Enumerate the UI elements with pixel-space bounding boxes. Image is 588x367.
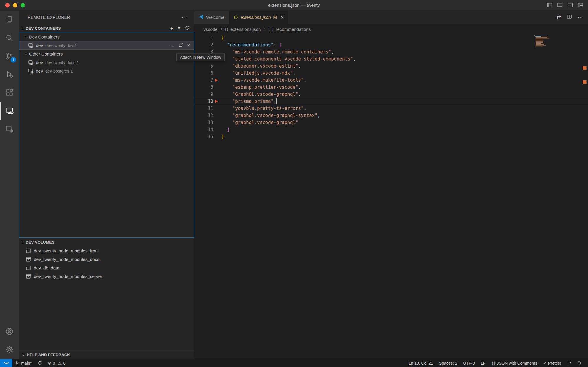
section-help-and-feedback[interactable]: HELP AND FEEDBACK [19, 351, 194, 359]
formatter-status[interactable]: ✓ Prettier [540, 359, 564, 367]
container-item-dev-twenty-dev-1[interactable]: devdev-twenty-dev-1→× [19, 41, 194, 50]
run-debug-icon[interactable] [0, 65, 19, 83]
container-config-icon[interactable] [0, 120, 19, 138]
close-tab-icon[interactable]: × [281, 15, 284, 20]
split-editor-icon[interactable] [567, 14, 572, 20]
minimize-window-button[interactable] [13, 3, 17, 7]
line-number: 12 [194, 112, 213, 119]
code-line-14[interactable]: 14 ] [194, 126, 588, 133]
toggle-secondary-sidebar-icon[interactable] [567, 2, 573, 8]
sidebar-more-actions-icon[interactable]: ··· [182, 15, 188, 20]
open-changes-icon[interactable]: ⇄ [557, 15, 561, 20]
code-line-9[interactable]: 9 "GraphQL.vscode-graphql", [194, 91, 588, 98]
code-line-7[interactable]: 7 "ms-vscode.makefile-tools", [194, 77, 588, 84]
remote-explorer-icon[interactable] [0, 102, 19, 120]
show-details-icon[interactable]: ≡ [178, 26, 181, 31]
minimap[interactable] [534, 35, 556, 48]
dev-containers-tree[interactable]: Dev Containersdevdev-twenty-dev-1→×Other… [19, 33, 194, 238]
language-braces-icon: {} [491, 361, 495, 365]
eol-status[interactable]: LF [478, 359, 488, 367]
code-line-1[interactable]: 1{ [194, 34, 588, 41]
scm-changes-badge: 1 [11, 57, 16, 63]
encoding-status[interactable]: UTF-8 [460, 359, 478, 367]
chevron-right-icon [22, 353, 25, 356]
code-line-13[interactable]: 13 "graphql.vscode-graphql" [194, 119, 588, 126]
dev-volumes-list: dev_twenty_node_modules_frontdev_twenty_… [19, 247, 194, 281]
close-window-button[interactable] [5, 3, 10, 7]
code-line-8[interactable]: 8 "esbenp.prettier-vscode", [194, 84, 588, 91]
customize-layout-icon[interactable] [578, 2, 583, 8]
toggle-panel-icon[interactable] [557, 2, 563, 8]
sync-icon [38, 361, 42, 365]
volume-item-dev_twenty_node_modules_docs[interactable]: dev_twenty_node_modules_docs [19, 255, 194, 264]
sync-changes-button[interactable] [35, 359, 45, 367]
volume-item-dev_twenty_node_modules_server[interactable]: dev_twenty_node_modules_server [19, 272, 194, 281]
gutter-marker-icon [215, 100, 218, 103]
volume-icon [26, 257, 31, 262]
section-dev-volumes[interactable]: DEV VOLUMES [19, 238, 194, 247]
tree-group-dev-containers[interactable]: Dev Containers [19, 33, 194, 41]
line-number: 11 [194, 105, 213, 112]
remote-indicator[interactable]: >< [0, 359, 12, 367]
settings-gear-icon[interactable] [0, 341, 19, 359]
indentation-status[interactable]: Spaces: 2 [436, 359, 460, 367]
breadcrumb-folder[interactable]: .vscode [202, 27, 218, 32]
code-line-15[interactable]: 15} [194, 133, 588, 140]
cursor-position-status[interactable]: Ln 10, Col 21 [406, 359, 436, 367]
container-item-dev-twenty-docs-1[interactable]: devdev-twenty-docs-1 [19, 58, 194, 67]
toggle-primary-sidebar-icon[interactable] [547, 2, 552, 8]
tab-welcome[interactable]: Welcome [194, 11, 229, 24]
code-line-2[interactable]: 2 "recommendations": [ [194, 41, 588, 48]
extensions-icon[interactable] [0, 83, 19, 102]
overview-ruler-mark [583, 66, 587, 70]
new-container-button[interactable]: + [170, 26, 173, 31]
editor-more-actions-icon[interactable]: ··· [578, 15, 583, 20]
code-lines: 1{2 "recommendations": [3 "ms-vscode-rem… [194, 34, 588, 140]
tree-group-other-containers[interactable]: Other Containers [19, 50, 194, 58]
code-line-4[interactable]: 4 "styled-components.vscode-styled-compo… [194, 56, 588, 63]
tab-bar: Welcome {} extensions.json M × ⇄ ··· [194, 11, 588, 24]
tab-extensions-json[interactable]: {} extensions.json M × [229, 11, 288, 24]
code-line-12[interactable]: 12 "graphql.vscode-graphql-syntax", [194, 112, 588, 119]
line-number: 10 [194, 98, 213, 105]
stop-container-button[interactable]: × [187, 43, 190, 48]
line-number: 2 [194, 41, 213, 48]
status-secondary-icon[interactable] [564, 359, 574, 367]
problems-indicator[interactable]: ⊘ 0 ⚠ 0 [45, 359, 69, 367]
breadcrumb-symbol[interactable]: [ ]recommendations [268, 27, 311, 32]
container-item-dev-postgres-1[interactable]: devdev-postgres-1 [19, 67, 194, 75]
chevron-down-icon [25, 52, 28, 55]
notifications-bell-icon[interactable] [574, 359, 584, 367]
sidebar-remote-explorer: REMOTE EXPLORER ··· DEV CONTAINERS + ≡ D… [19, 11, 194, 359]
volume-item-dev_db_data[interactable]: dev_db_data [19, 264, 194, 272]
chevron-down-icon [21, 26, 24, 29]
refresh-icon[interactable] [185, 26, 190, 31]
breadcrumb-file[interactable]: {}extensions.json [225, 27, 261, 32]
overview-ruler-mark [583, 80, 587, 84]
attach-new-window-button[interactable] [178, 42, 183, 48]
accounts-icon[interactable] [0, 322, 19, 341]
line-number: 5 [194, 63, 213, 70]
code-line-3[interactable]: 3 "ms-vscode-remote.remote-containers", [194, 48, 588, 56]
section-dev-containers[interactable]: DEV CONTAINERS + ≡ [19, 24, 194, 33]
sidebar-title: REMOTE EXPLORER [28, 15, 70, 20]
zoom-window-button[interactable] [21, 3, 25, 7]
attach-container-button[interactable]: → [170, 43, 175, 48]
search-icon[interactable] [0, 29, 19, 47]
code-line-5[interactable]: 5 "dbaeumer.vscode-eslint", [194, 63, 588, 70]
language-mode-status[interactable]: {} JSON with Comments [488, 359, 540, 367]
explorer-icon[interactable] [0, 11, 19, 29]
title-bar: extensions.json — twenty [0, 0, 588, 11]
volume-icon [26, 265, 31, 271]
code-line-10[interactable]: 10 "prisma.prisma", [194, 98, 588, 105]
git-branch-status[interactable]: main* [12, 359, 35, 367]
code-editor[interactable]: 1{2 "recommendations": [3 "ms-vscode-rem… [194, 34, 588, 359]
code-line-11[interactable]: 11 "yoavbls.pretty-ts-errors", [194, 105, 588, 112]
json-file-icon: {} [233, 15, 238, 19]
line-number: 8 [194, 84, 213, 91]
volume-item-dev_twenty_node_modules_front[interactable]: dev_twenty_node_modules_front [19, 247, 194, 255]
check-icon: ✓ [543, 361, 547, 365]
editor-group: Welcome {} extensions.json M × ⇄ ··· .vs… [194, 11, 588, 359]
source-control-icon[interactable]: 1 [0, 47, 19, 65]
code-line-6[interactable]: 6 "unifiedjs.vscode-mdx", [194, 70, 588, 77]
